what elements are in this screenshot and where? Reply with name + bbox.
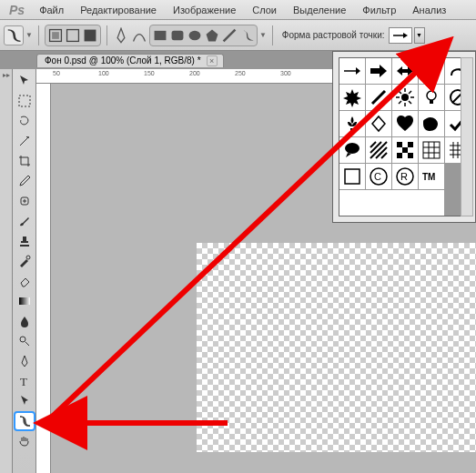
shape-blob[interactable] xyxy=(419,111,444,136)
svg-line-25 xyxy=(399,101,401,104)
svg-text:C: C xyxy=(374,171,381,182)
svg-line-34 xyxy=(376,147,387,158)
history-brush-tool[interactable] xyxy=(14,251,35,271)
dodge-tool[interactable] xyxy=(14,331,35,351)
stamp-tool[interactable] xyxy=(14,231,35,251)
svg-rect-37 xyxy=(397,142,402,147)
line-shape[interactable] xyxy=(221,27,238,44)
menu-analysis[interactable]: Анализ xyxy=(405,3,453,17)
shapes-grid: C R TM xyxy=(339,57,470,216)
shape-registered[interactable]: R xyxy=(392,164,418,189)
menu-edit[interactable]: Редактирование xyxy=(73,3,164,17)
eraser-tool[interactable] xyxy=(14,271,35,291)
divider xyxy=(106,25,107,45)
transparent-layer-area xyxy=(197,243,476,452)
svg-rect-3 xyxy=(84,29,96,41)
close-icon[interactable]: × xyxy=(207,55,218,66)
crop-tool[interactable] xyxy=(14,151,35,171)
healing-tool[interactable] xyxy=(14,191,35,211)
pen-tool[interactable] xyxy=(14,351,35,371)
blur-tool[interactable] xyxy=(14,311,35,331)
shape-slash[interactable] xyxy=(366,85,391,110)
svg-rect-41 xyxy=(408,153,413,158)
shape-stripes[interactable] xyxy=(366,137,391,163)
options-bar: ▼ ▼ Форма растровой точки: ▼ xyxy=(0,20,476,51)
shape-square-outline[interactable] xyxy=(339,164,365,189)
divider xyxy=(38,25,39,45)
svg-rect-42 xyxy=(423,142,440,158)
shape-picker-label: Форма растровой точки: xyxy=(282,30,385,40)
shape-diamond-outline[interactable] xyxy=(366,111,391,136)
hand-tool[interactable] xyxy=(14,431,35,451)
shape-layer-mode[interactable] xyxy=(47,27,64,44)
svg-text:T: T xyxy=(20,375,27,388)
shape-speech-bubble[interactable] xyxy=(339,137,365,163)
menu-image[interactable]: Изображение xyxy=(166,3,243,17)
svg-line-35 xyxy=(370,142,376,147)
rounded-rect-shape[interactable] xyxy=(169,27,186,44)
toolbox: T xyxy=(13,69,36,473)
shape-preview[interactable] xyxy=(389,27,412,44)
freeform-pen-icon[interactable] xyxy=(131,27,147,44)
menu-filter[interactable]: Фильтр xyxy=(355,3,403,17)
panel-dock-left: ▸▸ xyxy=(0,69,13,473)
document-tab-title: Фон 0.psd @ 100% (Слой 1, RGB/8) * xyxy=(45,55,201,65)
eyedropper-tool[interactable] xyxy=(14,171,35,191)
tool-preset-button[interactable] xyxy=(4,25,24,45)
svg-rect-53 xyxy=(345,169,360,184)
custom-shapes-panel: C R TM xyxy=(332,51,476,223)
menu-layer[interactable]: Слои xyxy=(245,3,284,17)
marquee-tool[interactable] xyxy=(14,91,35,111)
lasso-tool[interactable] xyxy=(14,111,35,131)
custom-shape[interactable] xyxy=(238,27,255,44)
type-tool[interactable]: T xyxy=(14,371,35,391)
shape-picker-dropdown[interactable]: ▼ xyxy=(414,27,425,44)
menu-file[interactable]: Файл xyxy=(32,3,71,17)
shape-arrow-double[interactable] xyxy=(392,58,418,84)
shape-arrow-thin[interactable] xyxy=(339,58,365,84)
shape-bulb[interactable] xyxy=(419,85,444,110)
svg-text:TM: TM xyxy=(422,172,435,182)
svg-line-33 xyxy=(370,142,381,153)
rectangle-shape[interactable] xyxy=(152,27,168,44)
shape-arrow-bold[interactable] xyxy=(366,58,391,84)
svg-point-31 xyxy=(345,143,360,154)
menu-select[interactable]: Выделение xyxy=(286,3,353,17)
shape-empty-row xyxy=(339,190,444,216)
custom-shape-tool[interactable] xyxy=(14,411,35,431)
dropdown-caret-icon[interactable]: ▼ xyxy=(25,31,33,39)
svg-point-10 xyxy=(27,136,29,138)
document-tab[interactable]: Фон 0.psd @ 100% (Слой 1, RGB/8) * × xyxy=(36,54,224,67)
shape-heart[interactable] xyxy=(392,111,418,136)
fill-pixels-mode[interactable] xyxy=(82,27,98,44)
svg-line-23 xyxy=(399,91,401,94)
shape-starburst[interactable] xyxy=(339,85,365,110)
panel-scrollbar[interactable] xyxy=(461,57,473,216)
polygon-shape[interactable] xyxy=(204,27,220,44)
shape-grid[interactable] xyxy=(419,137,444,163)
path-selection-tool[interactable] xyxy=(14,391,35,411)
shape-tools-group xyxy=(149,25,258,46)
svg-line-36 xyxy=(381,153,387,158)
svg-rect-13 xyxy=(19,297,30,305)
app-logo: Ps xyxy=(4,3,30,17)
shape-trademark[interactable]: TM xyxy=(419,164,444,189)
brush-tool[interactable] xyxy=(14,211,35,231)
shape-checker[interactable] xyxy=(392,137,418,163)
shape-fleur[interactable] xyxy=(339,111,365,136)
shape-copyright[interactable]: C xyxy=(366,164,391,189)
svg-point-6 xyxy=(188,30,200,39)
shape-arrow-up-right[interactable] xyxy=(419,58,444,84)
shape-sun[interactable] xyxy=(392,85,418,110)
shape-options-caret-icon[interactable]: ▼ xyxy=(259,31,267,39)
ellipse-shape[interactable] xyxy=(187,27,203,44)
path-mode[interactable] xyxy=(65,27,81,44)
svg-line-26 xyxy=(409,91,411,94)
dock-handle-icon[interactable]: ▸▸ xyxy=(3,71,10,79)
pen-icon[interactable] xyxy=(113,27,129,44)
move-tool[interactable] xyxy=(14,71,35,91)
svg-rect-9 xyxy=(19,96,30,106)
gradient-tool[interactable] xyxy=(14,291,35,311)
magic-wand-tool[interactable] xyxy=(14,131,35,151)
svg-text:R: R xyxy=(400,171,408,182)
